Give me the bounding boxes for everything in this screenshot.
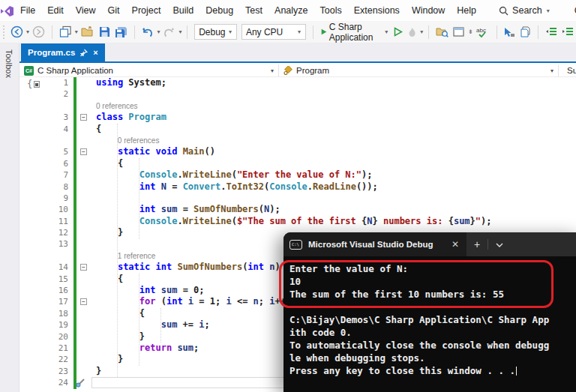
close-icon[interactable]: × (93, 48, 98, 57)
save-icon (99, 26, 110, 37)
start-without-debugging-button[interactable] (392, 23, 404, 41)
line-number: 2 (20, 88, 74, 100)
outlining-margin (76, 343, 92, 354)
menu-item-window[interactable]: Window (406, 5, 451, 16)
menu-item-tools[interactable]: Tools (314, 5, 348, 16)
chevron-down-icon[interactable]: ⇟ (468, 28, 473, 35)
outlining-margin (76, 193, 92, 204)
decrease-indent-button[interactable] (544, 23, 559, 41)
new-tab-button[interactable]: + (466, 238, 488, 250)
project-dropdown[interactable]: C# C Sharp Application ▾ (20, 64, 278, 76)
menu-item-build[interactable]: Build (166, 5, 200, 16)
navigate-back-button[interactable] (9, 23, 25, 41)
codelens-references[interactable]: 1 reference (92, 250, 155, 262)
code-text: return sum; (92, 343, 199, 354)
menu-item-test[interactable]: Test (239, 5, 268, 16)
codelens-references[interactable]: 0 references (92, 135, 159, 146)
codelens-references[interactable]: 0 references (92, 100, 138, 112)
outlining-margin (76, 354, 92, 365)
spell-check-button[interactable]: abc (475, 23, 491, 41)
find-in-files-button[interactable] (434, 23, 450, 41)
solution-platform-select[interactable]: Any CPU▾ (242, 24, 306, 40)
new-project-button[interactable] (58, 23, 74, 41)
code-line[interactable]: 9 (20, 193, 576, 204)
outlining-margin (76, 331, 92, 343)
code-line[interactable]: 4{ (20, 124, 576, 135)
type-dropdown[interactable]: Program ▾ (279, 64, 558, 76)
menu-item-git[interactable]: Git (102, 5, 126, 16)
codelens-row[interactable]: 0 references (20, 135, 576, 146)
line-number: 20 (20, 331, 74, 343)
chevron-down-icon: ▾ (385, 28, 388, 35)
toolbox-sidebar-tab[interactable]: Toolbox (0, 43, 20, 392)
copy-document-button[interactable] (518, 23, 532, 41)
code-line[interactable]: 6 { (20, 158, 576, 169)
close-icon[interactable]: ✕ (450, 239, 460, 250)
outlining-margin (76, 227, 92, 238)
code-text: { (92, 124, 101, 135)
code-text: { (92, 158, 123, 169)
menu-item-file[interactable]: File (14, 5, 41, 16)
code-line[interactable]: 11 Console.WriteLine($"The sum of the fi… (20, 216, 576, 227)
menu-item-project[interactable]: Project (126, 5, 167, 16)
outlining-margin: − (76, 296, 92, 307)
solution-explorer-sync-button[interactable] (452, 23, 466, 41)
menu-item-analyze[interactable]: Analyze (268, 5, 314, 16)
code-line[interactable]: 10 int sum = SumOfNumbers(N); (20, 204, 576, 215)
console-title-bar[interactable]: C:\ Microsoft Visual Studio Debug ✕ + (284, 232, 576, 256)
code-line[interactable]: 5− static void Main() (20, 146, 576, 157)
collapse-icon[interactable]: − (80, 148, 87, 155)
code-line[interactable]: 8 int N = Convert.ToInt32(Console.ReadLi… (20, 181, 576, 193)
console-tab[interactable]: C:\ Microsoft Visual Studio Debug ✕ (284, 232, 466, 256)
divider (538, 25, 538, 39)
navigate-forward-button[interactable] (31, 23, 46, 41)
run-to-cursor-button[interactable] (502, 23, 517, 41)
chevron-down-icon[interactable]: ▾ (420, 28, 423, 35)
line-number: 3 (20, 112, 74, 123)
code-text: for (int i = 1; i <= n; i++) (92, 296, 291, 307)
collapse-icon[interactable]: − (80, 264, 87, 271)
outlining-margin (76, 100, 92, 112)
chevron-down-icon[interactable]: ▾ (75, 28, 78, 35)
outlining-margin (76, 158, 92, 169)
chevron-down-icon[interactable]: ▾ (178, 28, 182, 35)
tab-title: Program.cs (28, 48, 75, 57)
search-button[interactable]: Search ▾ (491, 5, 558, 16)
tab-dropdown-button[interactable] (488, 238, 511, 250)
undo-button[interactable] (140, 23, 155, 41)
toolbar-grip[interactable] (3, 25, 4, 39)
save-button[interactable] (98, 23, 112, 41)
open-folder-button[interactable] (80, 23, 96, 41)
menu-item-view[interactable]: View (70, 5, 102, 16)
solution-configuration-select[interactable]: Debug▾ (194, 24, 237, 40)
codelens-row[interactable]: 0 references (20, 100, 576, 112)
line-number: 8 (20, 181, 74, 193)
collapse-icon[interactable]: − (80, 298, 87, 305)
outlining-margin (76, 88, 92, 100)
menu-item-debug[interactable]: Debug (200, 5, 239, 16)
chevron-down-icon[interactable]: ▾ (157, 28, 160, 35)
increase-indent-button[interactable] (560, 23, 575, 41)
collapse-icon[interactable]: − (80, 114, 87, 121)
play-outline-icon (394, 27, 403, 37)
member-dropdown[interactable]: SumOf (559, 64, 576, 76)
start-debugging-button[interactable]: C Sharp Application ▾ (318, 22, 392, 43)
menu-item-extensions[interactable]: Extensions (348, 5, 406, 16)
line-number: 24 (20, 377, 74, 388)
code-line[interactable]: 2 (20, 88, 576, 100)
chevron-down-icon[interactable]: ▾ (26, 28, 29, 35)
hot-reload-button[interactable] (406, 23, 418, 41)
outlining-margin (76, 285, 92, 296)
pin-icon[interactable] (80, 49, 88, 56)
code-line[interactable]: 3−class Program (20, 112, 576, 123)
debug-console-window[interactable]: C:\ Microsoft Visual Studio Debug ✕ + En… (284, 232, 576, 392)
line-number: 10 (20, 204, 74, 215)
menu-item-help[interactable]: Help (451, 5, 482, 16)
redo-button[interactable] (161, 23, 177, 41)
code-line[interactable]: 7 Console.WriteLine("Enter the value of … (20, 169, 576, 181)
menu-item-edit[interactable]: Edit (41, 5, 70, 16)
save-all-button[interactable] (113, 23, 129, 41)
tab-program-cs[interactable]: Program.cs × (21, 43, 105, 61)
code-line[interactable]: 1using System; (20, 77, 576, 88)
outlining-margin (76, 216, 92, 227)
